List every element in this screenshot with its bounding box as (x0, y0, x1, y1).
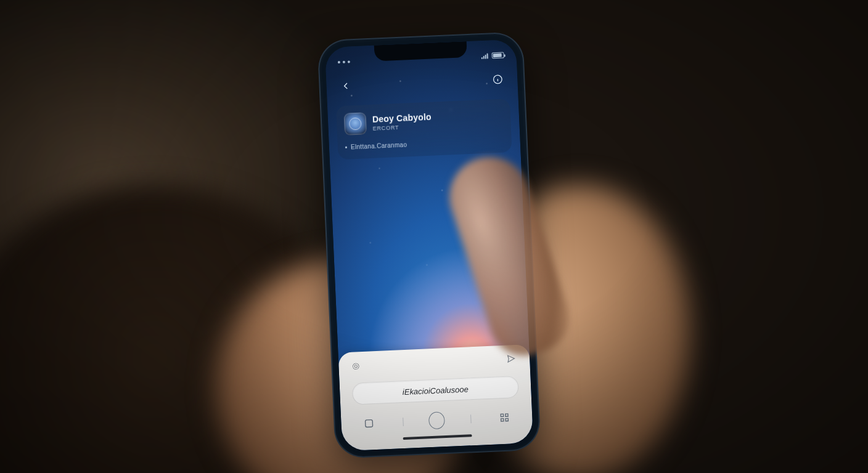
card-meta: Elnttana.Caranmao (345, 137, 504, 151)
circle-icon (428, 411, 445, 429)
send-button[interactable] (506, 354, 517, 365)
svg-rect-5 (506, 414, 508, 416)
grid-icon (498, 411, 511, 424)
sheet-top-left[interactable]: ⓞ (352, 362, 360, 371)
status-right (481, 52, 504, 59)
svg-rect-7 (506, 418, 508, 421)
svg-rect-4 (501, 414, 503, 416)
nav-separator (470, 414, 472, 423)
info-button[interactable] (489, 70, 507, 88)
message-input[interactable]: iEkacioiCoalusooe (352, 376, 519, 405)
card-subtitle: ERCORT (372, 123, 432, 132)
status-left (338, 60, 350, 63)
bottom-sheet: ⓞ iEkacioiCoalusooe (338, 344, 533, 451)
input-placeholder: iEkacioiCoalusooe (403, 384, 469, 397)
status-dot-icon (338, 61, 340, 63)
nav-grid-button[interactable] (496, 409, 513, 426)
status-dot-icon (343, 61, 345, 63)
card-meta-text: Elnttana.Caranmao (351, 141, 407, 150)
nav-menu-button[interactable] (361, 415, 377, 432)
app-avatar-icon (344, 112, 367, 135)
chevron-left-icon (340, 80, 352, 92)
home-indicator[interactable] (403, 434, 472, 440)
nav-separator (403, 418, 404, 426)
svg-rect-6 (501, 419, 504, 421)
send-icon (506, 354, 517, 364)
svg-rect-3 (365, 419, 372, 427)
status-dot-icon (348, 60, 350, 63)
dot-icon (345, 147, 347, 148)
profile-card[interactable]: Deoy Cabyolo ERCORT Elnttana.Caranmao (336, 99, 512, 160)
signal-icon (481, 53, 488, 59)
nav-home-button[interactable] (428, 412, 445, 429)
info-icon (492, 74, 504, 86)
card-title: Deoy Cabyolo (372, 112, 432, 124)
battery-icon (491, 52, 504, 59)
bottom-nav (350, 409, 524, 432)
menu-icon (362, 417, 375, 430)
back-button[interactable] (337, 77, 355, 95)
